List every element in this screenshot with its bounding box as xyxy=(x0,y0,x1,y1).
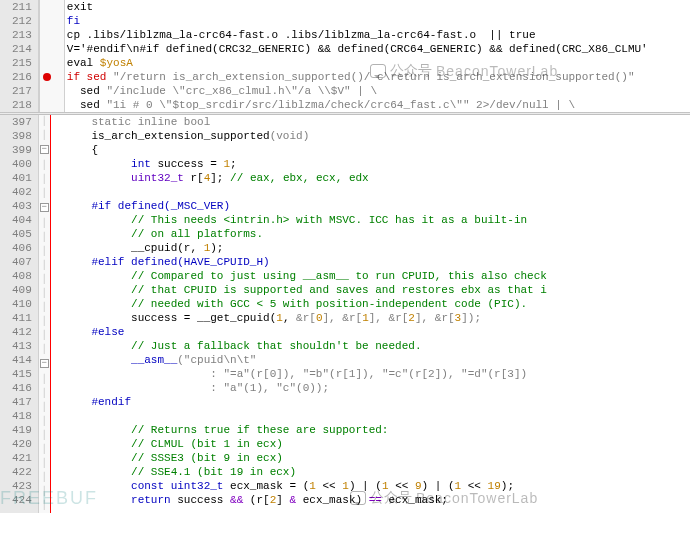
line-number: 421 xyxy=(12,451,32,465)
code-line[interactable]: static inline bool xyxy=(52,115,690,129)
line-number: 405 xyxy=(12,227,32,241)
code-line[interactable]: #if defined(_MSC_VER) xyxy=(52,199,690,213)
code-line[interactable]: return success && (r[2] & ecx_mask) == e… xyxy=(52,493,690,507)
line-number: 416 xyxy=(12,381,32,395)
code-line[interactable]: // needed with GCC < 5 with position-ind… xyxy=(52,297,690,311)
line-number: 216 xyxy=(12,70,32,84)
fold-toggle-icon[interactable]: − xyxy=(40,145,49,154)
code-line[interactable]: // CLMUL (bit 1 in ecx) xyxy=(52,437,690,451)
line-number: 212 xyxy=(12,14,32,28)
code-line[interactable]: uint32_t r[4]; // eax, ebx, ecx, edx xyxy=(52,171,690,185)
line-number: 413 xyxy=(12,339,32,353)
line-number: 414 xyxy=(12,353,32,367)
code-line[interactable]: fi xyxy=(67,14,690,28)
code-line[interactable]: // SSE4.1 (bit 19 in ecx) xyxy=(52,465,690,479)
code-line[interactable]: : "=a"(r[0]), "=b"(r[1]), "=c"(r[2]), "=… xyxy=(52,367,690,381)
code-line[interactable]: #elif defined(HAVE_CPUID_H) xyxy=(52,255,690,269)
code-line[interactable]: { xyxy=(52,143,690,157)
line-number: 418 xyxy=(12,409,32,423)
fold-toggle-icon[interactable]: − xyxy=(40,359,49,368)
line-number: 407 xyxy=(12,255,32,269)
line-number: 417 xyxy=(12,395,32,409)
code-line[interactable]: // that CPUID is supported and saves and… xyxy=(52,283,690,297)
line-number: 217 xyxy=(12,84,32,98)
code-line[interactable]: // Returns true if these are supported: xyxy=(52,423,690,437)
code-editor-bottom[interactable]: 3973983994004014024034044054064074084094… xyxy=(0,115,690,513)
code-line[interactable]: cp .libs/liblzma_la-crc64-fast.o .libs/l… xyxy=(67,28,690,42)
freebuf-watermark: FREEBUF xyxy=(0,488,98,509)
marker-column xyxy=(39,0,53,112)
code-line[interactable]: V='#endif\n#if defined(CRC32_GENERIC) &&… xyxy=(67,42,690,56)
code-editor-top[interactable]: 211212213214215216217218 exit ficp .libs… xyxy=(0,0,690,112)
line-number: 404 xyxy=(12,213,32,227)
line-number: 401 xyxy=(12,171,32,185)
fold-toggle-icon[interactable]: − xyxy=(40,203,49,212)
line-number: 419 xyxy=(12,423,32,437)
line-number: 211 xyxy=(12,0,32,14)
line-number: 412 xyxy=(12,325,32,339)
line-number: 422 xyxy=(12,465,32,479)
fold-column[interactable] xyxy=(53,0,65,112)
code-line[interactable]: const uint32_t ecx_mask = (1 << 1) | (1 … xyxy=(52,479,690,493)
line-number: 408 xyxy=(12,269,32,283)
code-line[interactable]: sed "/include \"crc_x86_clmul.h\"/a \\$V… xyxy=(67,84,690,98)
code-line[interactable] xyxy=(52,185,690,199)
code-line[interactable]: int success = 1; xyxy=(52,157,690,171)
code-line[interactable]: __asm__("cpuid\n\t" xyxy=(52,353,690,367)
code-line[interactable]: if sed "/return is_arch_extension_suppor… xyxy=(67,70,690,84)
line-number: 415 xyxy=(12,367,32,381)
line-number: 409 xyxy=(12,283,32,297)
breakpoint-icon[interactable] xyxy=(43,73,51,81)
code-line[interactable]: is_arch_extension_supported(void) xyxy=(52,129,690,143)
code-line[interactable]: #else xyxy=(52,325,690,339)
line-number: 215 xyxy=(12,56,32,70)
line-number: 213 xyxy=(12,28,32,42)
line-gutter: 211212213214215216217218 xyxy=(0,0,39,112)
code-line[interactable]: : "a"(1), "c"(0)); xyxy=(52,381,690,395)
line-number: 411 xyxy=(12,311,32,325)
code-area-bottom[interactable]: static inline bool is_arch_extension_sup… xyxy=(50,115,690,513)
line-number: 398 xyxy=(12,129,32,143)
line-number: 397 xyxy=(12,115,32,129)
line-number: 406 xyxy=(12,241,32,255)
code-line[interactable]: exit xyxy=(67,0,690,14)
code-area-top[interactable]: exit ficp .libs/liblzma_la-crc64-fast.o … xyxy=(65,0,690,112)
code-line[interactable]: eval $yosA xyxy=(67,56,690,70)
code-line[interactable] xyxy=(52,409,690,423)
line-number: 403 xyxy=(12,199,32,213)
line-number: 402 xyxy=(12,185,32,199)
code-line[interactable]: // This needs <intrin.h> with MSVC. ICC … xyxy=(52,213,690,227)
line-gutter: 3973983994004014024034044054064074084094… xyxy=(0,115,39,513)
code-line[interactable]: // on all platforms. xyxy=(52,227,690,241)
line-number: 400 xyxy=(12,157,32,171)
code-line[interactable]: #endif xyxy=(52,395,690,409)
code-line[interactable]: // SSSE3 (bit 9 in ecx) xyxy=(52,451,690,465)
code-line[interactable]: __cpuid(r, 1); xyxy=(52,241,690,255)
line-number: 214 xyxy=(12,42,32,56)
code-line[interactable]: success = __get_cpuid(1, &r[0], &r[1], &… xyxy=(52,311,690,325)
code-line[interactable]: // Compared to just using __asm__ to run… xyxy=(52,269,690,283)
line-number: 410 xyxy=(12,297,32,311)
line-number: 420 xyxy=(12,437,32,451)
code-line[interactable]: // Just a fallback that shouldn't be nee… xyxy=(52,339,690,353)
line-number: 218 xyxy=(12,98,32,112)
line-number: 399 xyxy=(12,143,32,157)
code-line[interactable]: sed "1i # 0 \"$top_srcdir/src/liblzma/ch… xyxy=(67,98,690,112)
